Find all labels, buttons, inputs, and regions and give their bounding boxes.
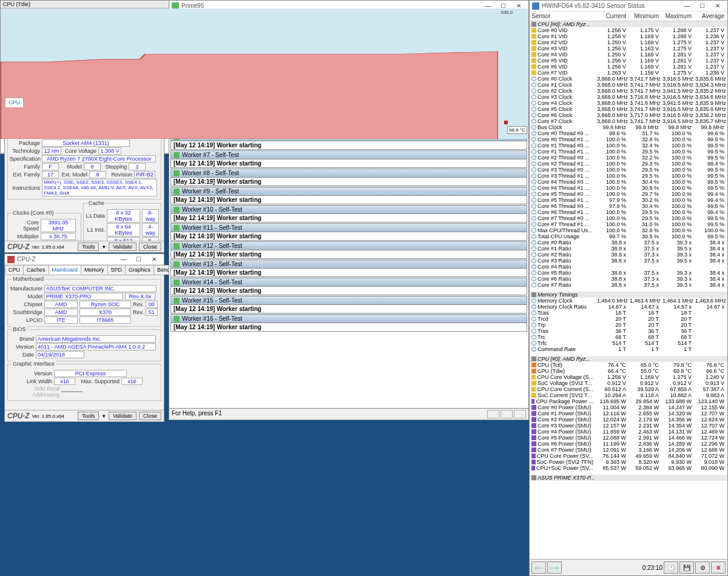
worker-header[interactable]: Worker #16 - Self-Test bbox=[170, 314, 527, 323]
sensor-row[interactable]: Core #1 Ratio38.8 x37.5 x39.5 x38.4 x bbox=[530, 246, 727, 252]
sensor-row[interactable]: Core #3 Thread #0 ...100.0 %29.5 %100.0 … bbox=[530, 167, 727, 173]
sensor-row[interactable]: Trc68 T68 T68 T bbox=[530, 334, 727, 340]
sensor-row[interactable]: Core #6 Thread #0 ...97.9 %30.4 %100.0 %… bbox=[530, 203, 727, 209]
sensor-row[interactable]: Core #1 Thread #0 ...100.0 %32.4 %100.0 … bbox=[530, 142, 727, 149]
sensor-row[interactable]: Max CPU/Thread Us...100.0 %32.8 %100.0 %… bbox=[530, 227, 727, 233]
col-avg[interactable]: Average bbox=[693, 12, 726, 21]
sensor-row[interactable]: Core #2 Ratio38.8 x37.3 x39.3 x38.4 x bbox=[530, 252, 727, 258]
sensor-row[interactable]: Core #7 Thread #1 ...100.0 %31.0 %100.0 … bbox=[530, 221, 727, 227]
sensor-row[interactable]: CPU Core Voltage (S...1.256 V1.169 V1.27… bbox=[530, 374, 727, 380]
sensor-row[interactable]: Bus Clock99.8 MHz99.8 MHz99.8 MHz99.8 MH… bbox=[530, 124, 727, 130]
sensor-row[interactable]: Core #7 Clock3,868.0 MHz3,741.7 MHz3,916… bbox=[530, 118, 727, 124]
tab-cpu[interactable]: CPU bbox=[5, 265, 24, 275]
worker-header[interactable]: Worker #14 - Self-Test bbox=[170, 278, 527, 287]
sensor-row[interactable]: Core #2 Thread #0 ...100.0 %32.2 %100.0 … bbox=[530, 155, 727, 161]
sensor-row[interactable]: CPU (Tdie)66.4 °C55.0 °C69.8 °C66.6 °C bbox=[530, 368, 727, 374]
sensor-row[interactable]: SoC Power (SVI2 TFN)9.393 W8.320 W9.930 … bbox=[530, 459, 727, 465]
sensor-section[interactable]: ASUS PRIME X370-P... bbox=[530, 475, 727, 481]
sensor-row[interactable]: Core #7 Ratio38.8 x37.5 x39.3 x38.4 x bbox=[530, 282, 727, 288]
worker-header[interactable]: Worker #9 - Self-Test bbox=[170, 187, 527, 196]
sensor-row[interactable]: Core #3 Thread #1 ...100.0 %29.5 %100.0 … bbox=[530, 173, 727, 179]
sensor-row[interactable]: Core #2 Clock3,868.0 MHz3,741.7 MHz3,941… bbox=[530, 88, 727, 94]
sensor-row[interactable]: Core #5 Thread #0 ...100.0 %29.7 %100.0 … bbox=[530, 191, 727, 197]
worker-header[interactable]: Worker #8 - Self-Test bbox=[170, 169, 527, 178]
sensor-row[interactable]: Core #3 Clock3,868.0 MHz3,716.8 MHz3,916… bbox=[530, 94, 727, 100]
validate-button[interactable]: Validate bbox=[109, 243, 136, 251]
next-button[interactable]: ⟹ bbox=[547, 561, 562, 574]
close-button[interactable]: ✕ bbox=[710, 2, 725, 9]
sensor-row[interactable]: Core #4 Thread #0 ...100.0 %30.4 %100.0 … bbox=[530, 179, 727, 185]
hw-content[interactable]: CPU [#0]: AMD Ryz...Core #0 VID1.256 V1.… bbox=[530, 21, 727, 559]
sensor-row[interactable]: Core #6 Power (SMU)11.199 W2.836 W14.289… bbox=[530, 441, 727, 447]
sensor-row[interactable]: Core #1 Thread #1 ...100.0 %29.5 %100.0 … bbox=[530, 149, 727, 155]
settings-icon[interactable]: ⚙ bbox=[695, 561, 710, 574]
sensor-section[interactable]: CPU [#0]: AMD Ryz... bbox=[530, 21, 727, 27]
sensor-row[interactable]: Core #1 Clock3,868.0 MHz3,741.7 MHz3,916… bbox=[530, 82, 727, 88]
sensor-row[interactable]: Core #6 VID1.256 V1.169 V1.281 V1.237 V bbox=[530, 64, 727, 70]
sensor-row[interactable]: Core #6 Thread #1 ...100.0 %29.5 %100.0 … bbox=[530, 209, 727, 215]
col-current[interactable]: Current bbox=[595, 12, 628, 21]
maximize-button[interactable]: ☐ bbox=[131, 256, 146, 263]
sensor-row[interactable]: CPU Package Power ...118.695 W29.854 W13… bbox=[530, 398, 727, 404]
sensor-row[interactable]: Tras36 T36 T36 T bbox=[530, 328, 727, 334]
sensor-row[interactable]: Core #0 VID1.256 V1.175 V1.288 V1.237 V bbox=[530, 27, 727, 33]
sensor-row[interactable]: CPU Core Current (S...60.612 A39.529 A67… bbox=[530, 386, 727, 392]
sensor-row[interactable]: Core #4 Ratio bbox=[530, 264, 727, 270]
close-icon[interactable]: ✖ bbox=[711, 561, 726, 574]
sensor-row[interactable]: Core #6 Clock3,868.0 MHz3,717.0 MHz3,916… bbox=[530, 112, 727, 118]
sensor-row[interactable]: SoC Voltage (SVI2 T...0.912 V0.912 V0.91… bbox=[530, 380, 727, 386]
close-button[interactable]: Close bbox=[139, 243, 161, 251]
sensor-row[interactable]: Core #6 Ratio38.8 x37.3 x39.3 x38.4 x bbox=[530, 276, 727, 282]
tools-button[interactable]: Tools bbox=[78, 243, 99, 251]
sensor-row[interactable]: Memory Clock Ratio14.67 x14.67 x14.67 x1… bbox=[530, 304, 727, 310]
worker-header[interactable]: Worker #11 - Self-Test bbox=[170, 223, 527, 232]
sensor-row[interactable]: Core #4 Thread #1 ...100.0 %30.8 %100.0 … bbox=[530, 185, 727, 191]
sensor-row[interactable]: Core #5 Clock3,868.0 MHz3,741.7 MHz3,916… bbox=[530, 106, 727, 112]
sensor-row[interactable]: Tcas18 T18 T18 T bbox=[530, 310, 727, 316]
sensor-row[interactable]: Core #0 Clock3,868.0 MHz3,741.7 MHz3,916… bbox=[530, 76, 727, 82]
minimize-button[interactable]: — bbox=[116, 256, 131, 263]
sensor-row[interactable]: Core #2 Thread #1 ...100.0 %29.3 %100.0 … bbox=[530, 161, 727, 167]
tab-graphics[interactable]: Graphics bbox=[125, 265, 154, 275]
sensor-row[interactable]: Command Rate1 T1 T1 T bbox=[530, 346, 727, 352]
hw-titlebar[interactable]: HWiNFO64 v5.82-3410 Sensor Status — ☐ ✕ bbox=[530, 1, 727, 12]
sensor-row[interactable]: Core #0 Thread #0 ...98.6 %31.7 %100.0 %… bbox=[530, 130, 727, 136]
sensor-row[interactable]: Core #1 Power (SMU)12.116 W2.655 W14.320… bbox=[530, 410, 727, 417]
worker-header[interactable]: Worker #15 - Self-Test bbox=[170, 296, 527, 305]
tab-mainboard[interactable]: Mainboard bbox=[49, 265, 82, 275]
sensor-row[interactable]: Core #7 Power (SMU)12.091 W3.166 W14.206… bbox=[530, 447, 727, 453]
sensor-row[interactable]: Trp20 T20 T20 T bbox=[530, 322, 727, 328]
maximize-button[interactable]: ☐ bbox=[695, 2, 710, 9]
clock-icon[interactable]: 🕐 bbox=[664, 561, 678, 574]
sensor-row[interactable]: Total CPU Usage99.7 %30.5 %100.0 %99.5 % bbox=[530, 233, 727, 239]
sensor-row[interactable]: Core #7 VID1.263 V1.156 V1.275 V1.236 V bbox=[530, 70, 727, 76]
save-icon[interactable]: 💾 bbox=[679, 561, 694, 574]
sensor-row[interactable]: CPU (Tctl)76.4 °C65.0 °C79.8 °C76.6 °C bbox=[530, 362, 727, 368]
worker-header[interactable]: Worker #7 - Self-Test bbox=[170, 150, 527, 159]
sensor-row[interactable]: Core #5 VID1.256 V1.169 V1.281 V1.237 V bbox=[530, 58, 727, 64]
sensor-row[interactable]: Core #5 Ratio38.8 x37.5 x39.3 x38.4 x bbox=[530, 270, 727, 276]
sensor-row[interactable]: CPU Core Power (SV...76.144 W49.659 W84.… bbox=[530, 453, 727, 459]
tab-cpu[interactable]: CPU bbox=[5, 98, 24, 107]
sensor-row[interactable]: Core #4 VID1.250 V1.169 V1.281 V1.237 V bbox=[530, 52, 727, 58]
sensor-row[interactable]: Core #4 Clock3,868.0 MHz3,741.8 MHz3,941… bbox=[530, 100, 727, 106]
sensor-row[interactable]: Memory Clock1,464.0 MHz1,463.4 MHz1,464.… bbox=[530, 298, 727, 304]
tools-button[interactable]: Tools bbox=[78, 412, 99, 420]
validate-button[interactable]: Validate bbox=[109, 412, 136, 420]
sensor-section[interactable]: CPU [#0]: AMD Ryz... bbox=[530, 356, 727, 362]
worker-header[interactable]: Worker #13 - Self-Test bbox=[170, 260, 527, 269]
worker-header[interactable]: Worker #12 - Self-Test bbox=[170, 241, 527, 250]
sensor-row[interactable]: Core #0 Ratio38.8 x37.5 x39.3 x38.4 x bbox=[530, 239, 727, 246]
close-button[interactable]: Close bbox=[139, 412, 161, 420]
sensor-row[interactable]: Core #3 VID1.256 V1.163 V1.275 V1.237 V bbox=[530, 45, 727, 52]
close-button[interactable]: ✕ bbox=[146, 256, 161, 263]
sensor-row[interactable]: Core #0 Power (SMU)11.004 W2.384 W14.247… bbox=[530, 404, 727, 410]
worker-header[interactable]: Worker #10 - Self-Test bbox=[170, 205, 527, 214]
sensor-section[interactable]: Memory Timings bbox=[530, 292, 727, 298]
sensor-row[interactable]: Core #4 Power (SMU)11.659 W2.463 W14.131… bbox=[530, 429, 727, 435]
col-sensor[interactable]: Sensor bbox=[530, 12, 595, 21]
tab-memory[interactable]: Memory bbox=[81, 265, 108, 275]
sensor-row[interactable]: Core #1 VID1.256 V1.169 V1.288 V1.236 V bbox=[530, 33, 727, 39]
sensor-row[interactable]: CPU+SoC Power (SV...85.537 W59.052 W93.9… bbox=[530, 465, 727, 471]
cpuz2-titlebar[interactable]: CPU-Z — ☐ ✕ bbox=[5, 254, 164, 265]
